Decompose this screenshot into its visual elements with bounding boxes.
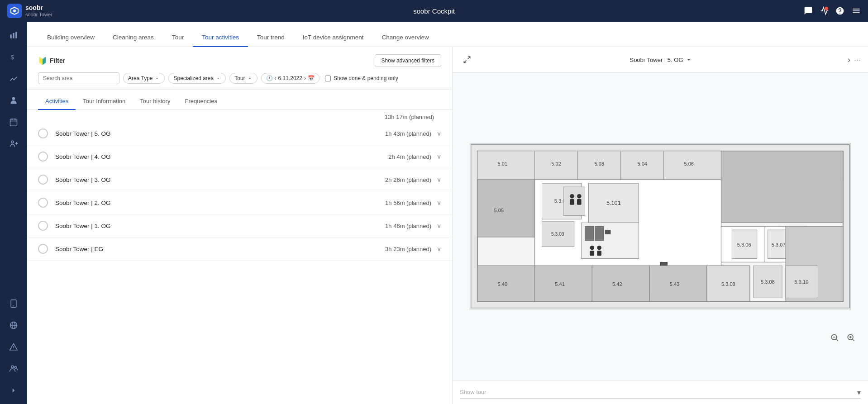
activity-expand-icon[interactable]: ∨ [437, 130, 441, 137]
sidebar-item-user-swap[interactable] [4, 134, 24, 154]
svg-point-6 [12, 97, 15, 100]
activity-expand-icon[interactable]: ∨ [437, 222, 441, 229]
activity-name: Soobr Tower | 4. OG [55, 153, 388, 160]
svg-rect-4 [15, 32, 17, 38]
activity-status-circle [38, 152, 48, 162]
svg-text:5.43: 5.43 [670, 281, 680, 287]
subtabs: Activities Tour Information Tour history… [27, 90, 452, 110]
sidebar-item-globe[interactable] [4, 315, 24, 335]
table-row[interactable]: Soobr Tower | 3. OG 2h 26m (planned) ∨ [27, 168, 452, 191]
date-calendar-icon[interactable]: 📅 [308, 75, 315, 81]
tab-tour-activities[interactable]: Tour activities [193, 29, 248, 47]
subtab-tour-information[interactable]: Tour Information [76, 93, 133, 110]
pending-checkbox[interactable] [325, 76, 331, 81]
date-next[interactable]: › [304, 75, 306, 81]
sidebar-item-calendar[interactable] [4, 112, 24, 132]
activity-expand-icon[interactable]: ∨ [437, 176, 441, 183]
svg-text:5.01: 5.01 [498, 161, 508, 166]
calendar-icon [9, 118, 18, 127]
date-prev[interactable]: ‹ [275, 75, 277, 81]
sidebar: $ [0, 22, 27, 404]
tab-iot-device[interactable]: IoT device assignment [294, 29, 373, 47]
zoom-in-button[interactable] [844, 331, 857, 344]
activity-expand-icon[interactable]: ∨ [437, 199, 441, 206]
zoom-out-button[interactable] [828, 331, 841, 344]
svg-point-11 [11, 141, 14, 143]
tab-cleaning-areas[interactable]: Cleaning areas [104, 29, 163, 47]
subtab-activities[interactable]: Activities [38, 93, 76, 110]
warning-icon [9, 342, 18, 352]
map-location-chevron [685, 56, 692, 63]
sidebar-item-warning[interactable] [4, 337, 24, 357]
table-row[interactable]: Soobr Tower | 2. OG 1h 56m (planned) ∨ [27, 191, 452, 214]
sidebar-item-tablet[interactable] [4, 294, 24, 314]
activity-status-circle [38, 128, 48, 138]
tabbar: Building overview Cleaning areas Tour To… [27, 22, 868, 47]
dollar-icon: $ [9, 52, 18, 62]
date-value: 6.11.2022 [278, 75, 302, 81]
svg-rect-54 [605, 230, 611, 234]
tab-building-overview[interactable]: Building overview [38, 29, 104, 47]
filter-controls: Area Type Specialized area Tour 🕐 [38, 72, 441, 84]
activity-expand-icon[interactable]: ∨ [437, 153, 441, 160]
table-row[interactable]: Soobr Tower | 4. OG 2h 4m (planned) ∨ [27, 145, 452, 168]
svg-point-19 [11, 366, 14, 368]
subtab-tour-history[interactable]: Tour history [133, 93, 177, 110]
table-row[interactable]: Soobr Tower | 5. OG 1h 43m (planned) ∨ [27, 122, 452, 145]
topbar: soobr soobr Tower soobr Cockpit [0, 0, 868, 22]
help-icon[interactable] [835, 6, 844, 15]
area-type-filter[interactable]: Area Type [123, 73, 165, 84]
activity-status-circle [38, 198, 48, 208]
chat-icon[interactable] [804, 6, 813, 15]
date-clock-icon: 🕐 [266, 75, 273, 81]
svg-text:5.3.06: 5.3.06 [737, 242, 751, 247]
logo[interactable]: soobr soobr Tower [7, 4, 52, 18]
sidebar-item-person[interactable] [4, 90, 24, 110]
map-nav-next[interactable]: › [848, 55, 850, 65]
svg-text:$: $ [10, 54, 14, 61]
sidebar-item-users-group[interactable] [4, 359, 24, 379]
activity-name: Soobr Tower | 5. OG [55, 130, 385, 137]
activities-container: 13h 17m (planned) Soobr Tower | 5. OG 1h… [27, 110, 452, 404]
map-location-text: Soobr Tower | 5. OG [630, 57, 683, 63]
topbar-actions [804, 6, 861, 15]
activity-time: 2h 4m (planned) [388, 153, 431, 160]
tab-tour[interactable]: Tour [163, 29, 193, 47]
tour-filter[interactable]: Tour [229, 73, 257, 84]
subtab-frequencies[interactable]: Frequencies [177, 93, 224, 110]
svg-text:5.04: 5.04 [638, 161, 648, 166]
activity-name: Soobr Tower | EG [55, 246, 385, 252]
table-row[interactable]: Soobr Tower | 1. OG 1h 46m (planned) ∨ [27, 214, 452, 238]
show-advanced-button[interactable]: Show advanced filters [375, 54, 441, 67]
app-title: soobr Cockpit [413, 7, 455, 15]
search-input[interactable] [38, 72, 119, 84]
activity-expand-icon[interactable]: ∨ [437, 245, 441, 252]
specialized-area-filter[interactable]: Specialized area [168, 73, 226, 84]
planned-total: 13h 17m (planned) [27, 110, 452, 122]
right-panel: Soobr Tower | 5. OG › ··· [453, 47, 868, 404]
activity-icon-wrapper[interactable] [820, 6, 828, 15]
table-row[interactable]: Soobr Tower | EG 3h 23m (planned) ∨ [27, 238, 452, 261]
svg-rect-58 [597, 251, 602, 256]
pending-filter[interactable]: Show done & pending only [325, 75, 398, 81]
svg-point-18 [14, 349, 14, 349]
tab-tour-trend[interactable]: Tour trend [248, 29, 294, 47]
svg-rect-53 [595, 226, 604, 241]
date-filter[interactable]: 🕐 ‹ 6.11.2022 › 📅 [261, 73, 320, 84]
sidebar-item-dollar[interactable]: $ [4, 47, 24, 67]
sidebar-item-chart-bar[interactable] [4, 25, 24, 45]
map-expand-icon[interactable] [460, 52, 474, 67]
filter-title: 🔰 Filter [38, 57, 65, 65]
map-location-selector[interactable]: Soobr Tower | 5. OG [474, 56, 848, 63]
svg-text:5.3.08: 5.3.08 [721, 281, 735, 287]
menu-icon[interactable] [852, 6, 861, 15]
show-tour-select[interactable]: Show tour [460, 386, 861, 399]
map-more-button[interactable]: ··· [854, 55, 861, 65]
sidebar-expand[interactable] [4, 380, 24, 400]
filter-header: 🔰 Filter Show advanced filters [38, 54, 441, 67]
pending-label: Show done & pending only [334, 75, 398, 81]
zoom-controls [828, 331, 857, 344]
sidebar-item-chart-line[interactable] [4, 69, 24, 89]
tab-change-overview[interactable]: Change overview [373, 29, 438, 47]
tour-filter-chevron [247, 76, 253, 81]
